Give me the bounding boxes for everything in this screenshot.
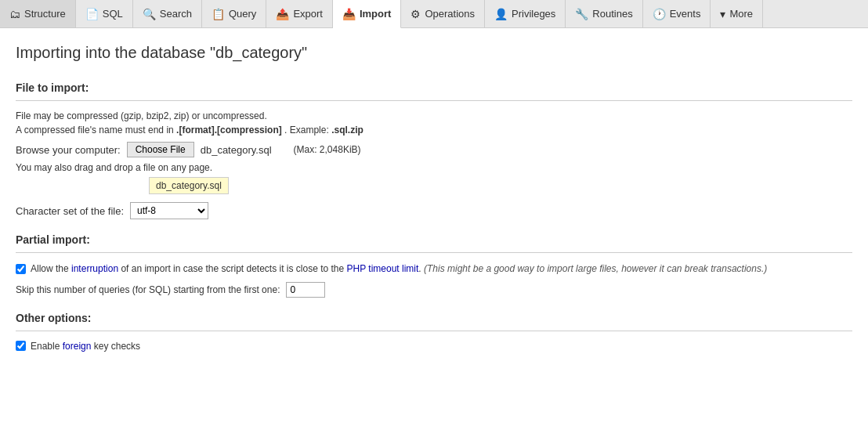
other-options-divider: [16, 331, 852, 331]
enable-fk-checkbox[interactable]: [16, 341, 26, 351]
allow-interrupt-label: Allow the interruption of an import in c…: [31, 262, 767, 276]
nav-privileges-label: Privileges: [512, 8, 555, 20]
privileges-icon: 👤: [494, 8, 508, 20]
enable-fk-row: Enable foreign key checks: [16, 341, 852, 352]
allow-interrupt-text: Allow the interruption of an import in c…: [31, 263, 424, 274]
other-options-section: Other options: Enable foreign key checks: [16, 312, 852, 352]
partial-import-heading: Partial import:: [16, 233, 852, 246]
file-info-suffix: . Example:: [284, 125, 331, 136]
allow-interrupt-checkbox[interactable]: [16, 264, 26, 274]
sql-icon: 📄: [85, 8, 99, 20]
choose-file-button[interactable]: Choose File: [127, 142, 194, 157]
top-navigation: 🗂 Structure 📄 SQL 🔍 Search 📋 Query 📤 Exp…: [0, 0, 868, 28]
filename-tooltip: db_category.sql: [149, 177, 229, 194]
search-icon: 🔍: [143, 8, 156, 20]
nav-structure-label: Structure: [24, 8, 66, 20]
max-size-label: (Max: 2,048KiB): [294, 144, 361, 155]
file-info-prefix: A compressed file's name must end in: [16, 125, 176, 136]
nav-operations[interactable]: ⚙ Operations: [401, 0, 485, 27]
charset-label: Character set of the file:: [16, 205, 124, 217]
file-info-format: .[format].[compression]: [176, 125, 282, 136]
nav-routines-label: Routines: [592, 8, 632, 20]
nav-events-label: Events: [670, 8, 701, 20]
interruption-link[interactable]: interruption: [71, 263, 118, 274]
file-import-divider: [16, 100, 852, 101]
nav-structure[interactable]: 🗂 Structure: [0, 0, 76, 27]
nav-import-label: Import: [360, 8, 391, 20]
allow-interrupt-row: Allow the interruption of an import in c…: [16, 262, 852, 276]
php-timeout-link[interactable]: PHP timeout limit: [347, 263, 419, 274]
allow-interrupt-note: (This might be a good way to import larg…: [424, 263, 767, 274]
more-icon: ▾: [720, 8, 725, 20]
foreign-link[interactable]: foreign: [63, 341, 92, 352]
charset-row: Character set of the file: utf-8 latin1 …: [16, 202, 852, 219]
skip-queries-row: Skip this number of queries (for SQL) st…: [16, 282, 852, 298]
nav-sql-label: SQL: [103, 8, 123, 20]
enable-fk-label: Enable foreign key checks: [31, 341, 140, 352]
operations-icon: ⚙: [410, 8, 421, 20]
nav-routines[interactable]: 🔧 Routines: [566, 0, 642, 27]
nav-more[interactable]: ▾ More: [711, 0, 763, 27]
browse-row: Browse your computer: Choose File db_cat…: [16, 142, 852, 157]
other-options-heading: Other options:: [16, 312, 852, 324]
main-content: Importing into the database "db_category…: [0, 28, 868, 430]
nav-search-label: Search: [160, 8, 192, 20]
nav-export[interactable]: 📤 Export: [266, 0, 333, 27]
nav-query[interactable]: 📋 Query: [202, 0, 266, 27]
export-icon: 📤: [276, 8, 289, 20]
partial-import-section: Partial import: Allow the interruption o…: [16, 233, 852, 298]
nav-privileges[interactable]: 👤 Privileges: [485, 0, 566, 27]
file-info-line1: File may be compressed (gzip, bzip2, zip…: [16, 110, 852, 121]
nav-export-label: Export: [293, 8, 323, 20]
skip-queries-input[interactable]: [286, 282, 325, 298]
events-icon: 🕐: [653, 8, 666, 20]
routines-icon: 🔧: [575, 8, 588, 20]
import-icon: 📥: [342, 8, 356, 20]
nav-operations-label: Operations: [425, 8, 475, 20]
nav-events[interactable]: 🕐 Events: [643, 0, 711, 27]
query-icon: 📋: [212, 8, 225, 20]
structure-icon: 🗂: [9, 8, 20, 20]
nav-import[interactable]: 📥 Import: [333, 0, 401, 28]
skip-queries-label: Skip this number of queries (for SQL) st…: [16, 284, 280, 295]
page-title: Importing into the database "db_category…: [16, 44, 852, 62]
file-info-line2: A compressed file's name must end in .[f…: [16, 125, 852, 136]
nav-more-label: More: [729, 8, 753, 20]
partial-import-divider: [16, 252, 852, 253]
nav-search[interactable]: 🔍 Search: [133, 0, 202, 27]
browse-label: Browse your computer:: [16, 144, 121, 156]
nav-query-label: Query: [229, 8, 256, 20]
file-info-example: .sql.zip: [331, 125, 363, 136]
file-import-heading: File to import:: [16, 81, 852, 94]
charset-select[interactable]: utf-8 latin1 utf-16: [130, 202, 208, 219]
drag-drop-hint: You may also drag and drop a file on any…: [16, 162, 852, 173]
file-import-section: File to import: File may be compressed (…: [16, 81, 852, 219]
nav-sql[interactable]: 📄 SQL: [76, 0, 133, 27]
selected-file-name: db_category.sql: [201, 144, 272, 156]
